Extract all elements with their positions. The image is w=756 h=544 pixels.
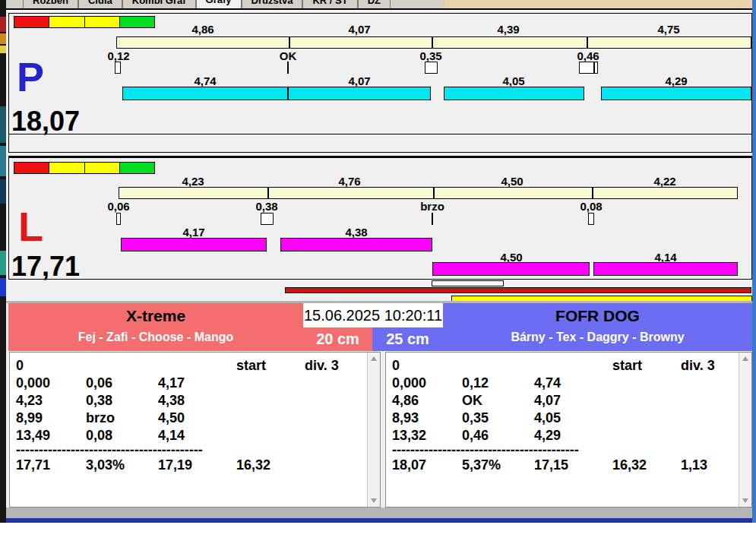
cell: OK xyxy=(462,393,482,409)
strip-green xyxy=(120,163,154,173)
desktop-fragment xyxy=(0,46,6,53)
change-mark-label: 0,38 xyxy=(255,200,277,213)
change-mark-label: brzo xyxy=(420,200,444,213)
run-bar xyxy=(280,238,432,251)
cell: 4,74 xyxy=(534,375,561,391)
tab-cidla[interactable]: Čidla xyxy=(78,0,122,10)
cell: 4,14 xyxy=(158,428,185,444)
tab-grafy[interactable]: Grafy xyxy=(196,0,242,10)
run-time: 4,74 xyxy=(194,74,216,87)
run-bar xyxy=(593,262,738,276)
scroll-up-arrow[interactable] xyxy=(742,356,748,361)
desktop-fragment xyxy=(0,33,6,44)
cell: 0 xyxy=(16,358,24,374)
cell: 18,07 xyxy=(392,457,426,473)
cell: 16,32 xyxy=(236,457,270,473)
run-bar xyxy=(432,262,590,276)
desktop-fragment xyxy=(0,17,6,32)
team-name-left: X-treme xyxy=(8,307,303,325)
status-strip xyxy=(6,508,752,518)
cell: 8,93 xyxy=(392,410,419,426)
tab-kr-st[interactable]: KR / ST xyxy=(302,0,357,10)
segment-time: 4,50 xyxy=(501,175,523,188)
tab-kombi-graf[interactable]: Kombi Graf xyxy=(122,0,196,10)
segment-divider xyxy=(433,188,435,198)
cell: 4,38 xyxy=(158,393,185,409)
window-bottom-border xyxy=(6,518,752,523)
scroll-down-arrow[interactable] xyxy=(371,498,377,503)
change-mark-label: 0,46 xyxy=(577,49,599,62)
tab-druzstva[interactable]: Družstva xyxy=(242,0,303,10)
team-dogs-right: Bárny - Tex - Daggry - Browny xyxy=(443,331,752,344)
segment-time: 4,76 xyxy=(338,175,360,188)
cell: 17,15 xyxy=(534,457,568,473)
tab-row: Rozběh Čidla Kombi Graf Grafy Družstva K… xyxy=(23,0,391,10)
cell: div. 3 xyxy=(681,358,715,374)
cell: 5,37% xyxy=(462,457,501,473)
cell: 4,07 xyxy=(534,393,561,409)
cell: 16,32 xyxy=(612,457,647,473)
cell: 4,05 xyxy=(534,410,561,426)
tab-bar: Rozběh Čidla Kombi Graf Grafy Družstva K… xyxy=(6,0,752,10)
results-list-left[interactable]: 0 start div. 3 0,000 0,06 4,17 4,23 0,38… xyxy=(9,352,381,508)
scrollbar[interactable] xyxy=(367,353,380,507)
run-time: 4,07 xyxy=(348,74,370,87)
run-bar xyxy=(121,238,267,251)
run-bar xyxy=(444,87,584,100)
background-window-strip xyxy=(444,0,752,10)
cell: start xyxy=(236,358,266,374)
change-marker xyxy=(432,213,433,225)
strip-red xyxy=(14,17,49,27)
cell: 4,86 xyxy=(392,393,419,409)
cell: 0,12 xyxy=(462,375,489,391)
cell: 4,50 xyxy=(158,410,185,426)
change-mark-label: 0,12 xyxy=(107,49,129,62)
change-marker xyxy=(287,62,289,74)
panel-inner-rule xyxy=(9,134,751,134)
scroll-up-arrow[interactable] xyxy=(371,356,377,361)
lane-letter-p: P xyxy=(17,56,44,97)
cell: 13,49 xyxy=(16,428,50,444)
cell: 0,000 xyxy=(16,375,50,391)
traffic-light-strip xyxy=(14,16,155,28)
change-marker xyxy=(116,213,121,225)
run-bar xyxy=(122,87,288,100)
segment-time: 4,07 xyxy=(348,23,370,36)
cell: 0,000 xyxy=(392,375,426,391)
marker-inner-line xyxy=(593,62,595,73)
change-mark-label: 0,08 xyxy=(580,200,602,213)
results-list-right[interactable]: 0 start div. 3 0,000 0,12 4,74 4,86 OK 4… xyxy=(385,352,752,508)
desktop-fragment xyxy=(0,251,6,275)
lane-total-l: 17,71 xyxy=(11,252,80,280)
cell: 4,23 xyxy=(16,393,43,409)
tab-rozbeh[interactable]: Rozběh xyxy=(23,0,78,10)
background-window-edge xyxy=(752,0,756,523)
team-name-right: FOFR DOG xyxy=(443,307,752,325)
cell: div. 3 xyxy=(305,358,339,374)
change-mark-label: OK xyxy=(280,49,297,62)
cell: 4,29 xyxy=(534,428,561,444)
segment-time: 4,22 xyxy=(653,175,675,188)
strip-yellow1 xyxy=(49,17,84,27)
segment-bar xyxy=(119,187,738,199)
change-marker xyxy=(579,62,598,74)
clock: 15.06.2025 10:20:11 xyxy=(303,303,443,327)
segment-time: 4,75 xyxy=(657,23,679,36)
lane-panel-p: 4,86 4,07 4,39 4,75 0,12 OK 0,35 0,46 4,… xyxy=(8,13,752,153)
desktop-background-strip xyxy=(0,0,6,523)
separator-dashes: ----------------------------------------… xyxy=(392,442,579,458)
change-marker xyxy=(261,213,274,225)
category-left: 20 cm xyxy=(303,327,372,351)
lane-panel-l: 4,23 4,76 4,50 4,22 0,06 0,38 brzo 0,08 … xyxy=(8,156,752,280)
cell: 0 xyxy=(392,358,400,374)
change-mark-label: 0,35 xyxy=(419,49,441,62)
strip-yellow2 xyxy=(85,17,120,27)
cell: 3,03% xyxy=(86,457,125,473)
scrollbar[interactable] xyxy=(739,353,751,507)
lane-letter-l: L xyxy=(18,206,43,247)
tab-dz[interactable]: DZ xyxy=(358,0,391,10)
cell: 0,38 xyxy=(86,393,112,409)
segment-divider xyxy=(592,188,593,198)
scroll-down-arrow[interactable] xyxy=(742,498,748,503)
segment-time: 4,86 xyxy=(191,23,214,36)
